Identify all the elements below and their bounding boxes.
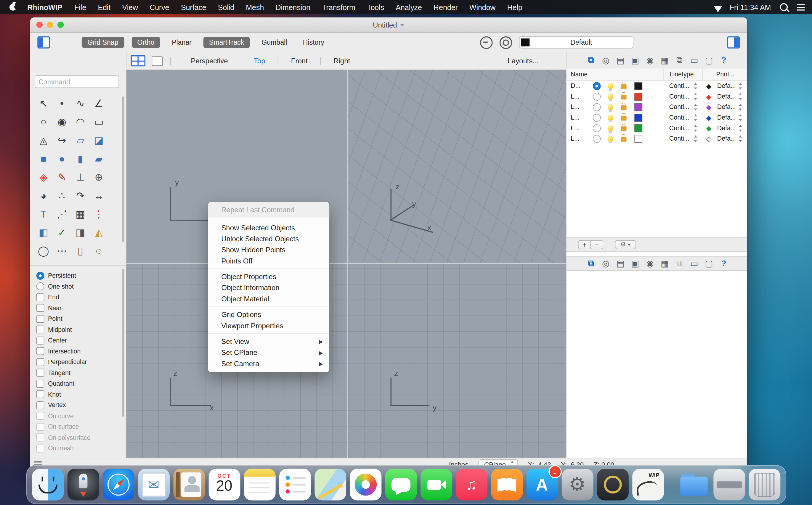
layer-lock-icon[interactable] xyxy=(621,85,627,89)
tool-icon-31[interactable]: ◨ xyxy=(71,223,90,241)
menu-item-edit[interactable]: Edit xyxy=(92,3,116,11)
checkbox-icon[interactable] xyxy=(36,401,44,409)
menu-item-dimension[interactable]: Dimension xyxy=(270,3,316,11)
pan-circle-icon[interactable] xyxy=(480,36,493,49)
column-header-name[interactable]: Name xyxy=(566,68,663,80)
context-menu-item-set-cplane[interactable]: Set CPlane▶ xyxy=(208,347,329,358)
menu-item-analyze[interactable]: Analyze xyxy=(390,3,428,11)
layer-color-swatch[interactable] xyxy=(634,135,642,143)
menu-item-mesh[interactable]: Mesh xyxy=(240,3,270,11)
dock-icon-rhino-wip[interactable]: WIP xyxy=(632,469,664,501)
layer-row[interactable]: L...Conti...◇Defa... xyxy=(566,133,747,144)
osnap-midpoint[interactable]: Midpoint xyxy=(36,324,126,335)
properties-panel-icon[interactable]: ◎ xyxy=(601,259,611,269)
pages-panel-icon[interactable]: ⧉ xyxy=(675,259,685,268)
column-header-linetype[interactable]: Linetype xyxy=(663,68,702,80)
dock-icon-photos[interactable] xyxy=(350,469,381,501)
tool-icon-6[interactable]: ◉ xyxy=(53,113,71,131)
layer-row[interactable]: L...Conti...◆Defa... xyxy=(566,91,747,102)
layers-panel-icon[interactable]: ⧉ xyxy=(586,259,596,268)
zoom-button[interactable] xyxy=(57,22,64,28)
materials-panel-icon[interactable]: ▣ xyxy=(630,259,640,269)
dock-icon-finder[interactable] xyxy=(32,469,64,501)
grid-panel-icon[interactable]: ▦ xyxy=(660,55,670,65)
tool-icon-12[interactable]: ◪ xyxy=(90,131,108,150)
toolbar-button-ortho[interactable]: Ortho xyxy=(131,37,160,48)
layer-visibility-bulb-icon[interactable] xyxy=(608,83,614,89)
minimize-button[interactable] xyxy=(47,22,53,28)
delete-layer-button[interactable]: − xyxy=(591,240,603,249)
camera-panel-icon[interactable]: ◉ xyxy=(645,259,655,269)
tool-icon-1[interactable]: ↖ xyxy=(34,95,53,113)
stepper-icon[interactable] xyxy=(738,114,743,121)
toolbar-button-smarttrack[interactable]: SmartTrack xyxy=(203,37,250,48)
help-panel-icon[interactable]: ? xyxy=(719,259,729,268)
dock-icon-books[interactable] xyxy=(491,469,523,501)
dock-icon-safari[interactable] xyxy=(103,469,134,501)
notification-center-icon[interactable] xyxy=(797,4,805,10)
context-menu-item-unlock-selected-objects[interactable]: Unlock Selected Objects xyxy=(208,233,329,244)
tool-icon-16[interactable]: ▰ xyxy=(90,150,108,168)
layer-current-radio[interactable] xyxy=(593,103,601,111)
layer-row[interactable]: D...Conti...◆Defa... xyxy=(566,80,747,91)
menu-item-file[interactable]: File xyxy=(69,3,92,11)
layer-row[interactable]: L...Conti...◆Defa... xyxy=(566,102,747,112)
display-panel-icon[interactable]: ▢ xyxy=(704,55,714,65)
context-menu-item-object-material[interactable]: Object Material xyxy=(208,293,329,304)
viewport-tab-top[interactable]: Top xyxy=(241,57,278,65)
stepper-icon[interactable] xyxy=(738,82,743,89)
tool-icon-23[interactable]: ↷ xyxy=(71,186,90,205)
right-panel-toggle-icon[interactable] xyxy=(727,36,740,48)
dock-icon-notes[interactable] xyxy=(244,469,275,501)
context-menu-item-set-camera[interactable]: Set Camera▶ xyxy=(208,358,329,369)
menu-item-window[interactable]: Window xyxy=(463,3,501,11)
command-input[interactable] xyxy=(35,75,119,88)
checkbox-icon[interactable] xyxy=(36,326,44,334)
osnap-intersection[interactable]: Intersection xyxy=(36,346,126,356)
dock-icon-disk[interactable] xyxy=(713,469,745,501)
tool-icon-38[interactable]: ∷ xyxy=(53,260,71,265)
pointer-icon[interactable] xyxy=(712,2,722,12)
checkbox-icon[interactable] xyxy=(36,304,44,312)
dock-icon-launchpad[interactable] xyxy=(67,469,99,501)
menu-item-view[interactable]: View xyxy=(116,3,144,11)
viewport-tab-perspective[interactable]: Perspective xyxy=(178,57,241,65)
dock-icon-messages[interactable] xyxy=(385,469,417,501)
tool-icon-19[interactable]: ⊥ xyxy=(71,168,90,186)
context-menu-item-show-hidden-points[interactable]: Show Hidden Points xyxy=(208,244,329,256)
stepper-icon[interactable] xyxy=(694,93,698,100)
tool-scrollbar[interactable] xyxy=(122,97,124,242)
tool-icon-28[interactable]: ⋮ xyxy=(90,205,108,223)
tool-icon-5[interactable]: ○ xyxy=(34,113,53,131)
dock-icon-mail[interactable]: ✉ xyxy=(138,469,169,501)
stepper-icon[interactable] xyxy=(738,135,743,142)
pages-panel-icon[interactable]: ⧉ xyxy=(675,55,685,65)
tool-icon-32[interactable]: ◭ xyxy=(90,223,108,241)
tool-icon-9[interactable]: ◬ xyxy=(34,131,53,150)
tool-icon-17[interactable]: ◈ xyxy=(34,168,53,186)
tool-icon-22[interactable]: ∴ xyxy=(53,186,71,205)
dock-icon-folder[interactable] xyxy=(678,469,709,501)
layout-panel-icon[interactable]: ▭ xyxy=(689,55,699,65)
close-button[interactable] xyxy=(36,22,43,28)
layer-lock-icon[interactable] xyxy=(621,106,627,110)
layer-lock-icon[interactable] xyxy=(621,137,627,142)
tool-icon-4[interactable]: ∠ xyxy=(90,95,108,113)
osnap-center[interactable]: Center xyxy=(36,335,126,346)
viewport-tab-right[interactable]: Right xyxy=(321,57,363,65)
add-layer-button[interactable]: + xyxy=(578,240,591,249)
tool-icon-29[interactable]: ◧ xyxy=(34,223,53,241)
context-menu-item-object-properties[interactable]: Object Properties xyxy=(208,271,329,282)
osnap-tangent[interactable]: Tangent xyxy=(36,367,126,378)
menu-item-curve[interactable]: Curve xyxy=(144,3,175,11)
active-layer-dropdown[interactable]: Default xyxy=(519,36,634,48)
layouts-button[interactable]: Layouts... xyxy=(508,57,538,65)
context-menu-item-grid-options[interactable]: Grid Options xyxy=(208,309,329,320)
tool-icon-20[interactable]: ⊕ xyxy=(90,168,108,186)
checkbox-icon[interactable] xyxy=(36,358,44,366)
dock-icon-maps[interactable] xyxy=(314,469,346,501)
grid-panel-icon[interactable]: ▦ xyxy=(660,259,670,269)
dock-icon-facetime[interactable] xyxy=(420,469,452,501)
tool-icon-18[interactable]: ✎ xyxy=(53,168,71,186)
dock-icon-utility[interactable] xyxy=(597,469,629,501)
